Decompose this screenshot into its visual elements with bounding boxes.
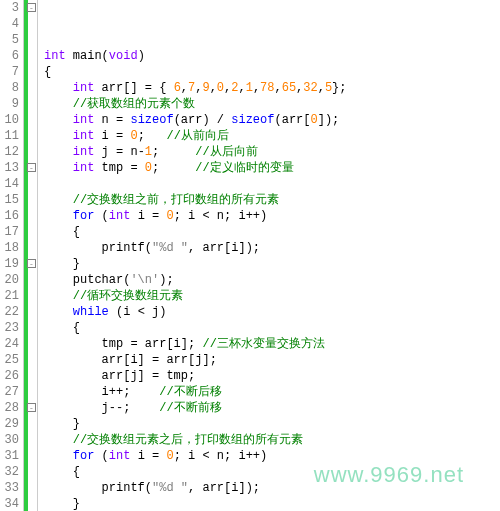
code-line: //交换数组之前，打印数组的所有元素 [44, 193, 500, 209]
code-line: int arr[] = { 6,7,9,0,2,1,78,65,32,5}; [44, 81, 500, 97]
fold-margin: ---- [24, 0, 38, 511]
line-number: 3 [2, 1, 19, 17]
code-line [44, 177, 500, 193]
line-number: 27 [2, 385, 19, 401]
fold-toggle[interactable]: - [27, 163, 36, 172]
line-number: 4 [2, 17, 19, 33]
line-number: 17 [2, 225, 19, 241]
code-line: j--; //不断前移 [44, 401, 500, 417]
fold-toggle[interactable]: - [27, 259, 36, 268]
code-editor: 3456789101112131415161718192021222324252… [0, 0, 500, 511]
line-number: 5 [2, 33, 19, 49]
code-line: int n = sizeof(arr) / sizeof(arr[0]); [44, 113, 500, 129]
line-number: 31 [2, 449, 19, 465]
line-number: 15 [2, 193, 19, 209]
code-line: i++; //不断后移 [44, 385, 500, 401]
line-number: 33 [2, 481, 19, 497]
code-line: //循环交换数组元素 [44, 289, 500, 305]
line-number: 14 [2, 177, 19, 193]
line-number: 24 [2, 337, 19, 353]
code-line: printf("%d ", arr[i]); [44, 241, 500, 257]
line-number: 7 [2, 65, 19, 81]
line-number: 6 [2, 49, 19, 65]
code-line: for (int i = 0; i < n; i++) [44, 449, 500, 465]
line-number: 18 [2, 241, 19, 257]
code-line: int i = 0; //从前向后 [44, 129, 500, 145]
code-line: int tmp = 0; //定义临时的变量 [44, 161, 500, 177]
line-number: 22 [2, 305, 19, 321]
code-line: } [44, 417, 500, 433]
code-line: while (i < j) [44, 305, 500, 321]
line-number: 29 [2, 417, 19, 433]
line-number: 26 [2, 369, 19, 385]
code-line: { [44, 225, 500, 241]
line-number: 25 [2, 353, 19, 369]
code-line: putchar('\n'); [44, 273, 500, 289]
line-number: 28 [2, 401, 19, 417]
code-line: } [44, 497, 500, 511]
fold-toggle[interactable]: - [27, 3, 36, 12]
line-number: 19 [2, 257, 19, 273]
line-number: 9 [2, 97, 19, 113]
line-number: 16 [2, 209, 19, 225]
line-number: 20 [2, 273, 19, 289]
code-line: for (int i = 0; i < n; i++) [44, 209, 500, 225]
code-line: arr[j] = tmp; [44, 369, 500, 385]
code-line: printf("%d ", arr[i]); [44, 481, 500, 497]
line-number: 32 [2, 465, 19, 481]
line-number: 23 [2, 321, 19, 337]
code-line: tmp = arr[i]; //三杯水变量交换方法 [44, 337, 500, 353]
code-area[interactable]: www.9969.net int main(void){ int arr[] =… [38, 0, 500, 511]
code-line: //交换数组元素之后，打印数组的所有元素 [44, 433, 500, 449]
code-line: { [44, 465, 500, 481]
line-number: 11 [2, 129, 19, 145]
line-number: 10 [2, 113, 19, 129]
code-line: arr[i] = arr[j]; [44, 353, 500, 369]
line-number: 34 [2, 497, 19, 511]
code-line: int main(void) [44, 49, 500, 65]
line-number-gutter: 3456789101112131415161718192021222324252… [0, 0, 24, 511]
code-line: { [44, 65, 500, 81]
change-marker [24, 0, 28, 511]
line-number: 12 [2, 145, 19, 161]
line-number: 8 [2, 81, 19, 97]
code-line: } [44, 257, 500, 273]
code-line: { [44, 321, 500, 337]
code-line: int j = n-1; //从后向前 [44, 145, 500, 161]
code-line: //获取数组的元素个数 [44, 97, 500, 113]
line-number: 13 [2, 161, 19, 177]
line-number: 21 [2, 289, 19, 305]
fold-toggle[interactable]: - [27, 403, 36, 412]
line-number: 30 [2, 433, 19, 449]
